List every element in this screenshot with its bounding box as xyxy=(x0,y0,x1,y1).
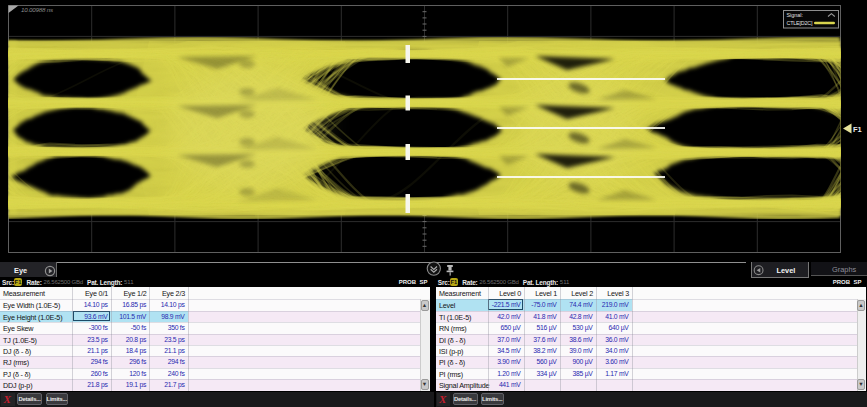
svg-text:10.00988 ns: 10.00988 ns xyxy=(21,6,53,13)
svg-text:CTLE[D2C]: CTLE[D2C] xyxy=(787,20,813,26)
svg-text:Signal:: Signal: xyxy=(787,12,803,18)
svg-text:F1: F1 xyxy=(853,125,862,134)
